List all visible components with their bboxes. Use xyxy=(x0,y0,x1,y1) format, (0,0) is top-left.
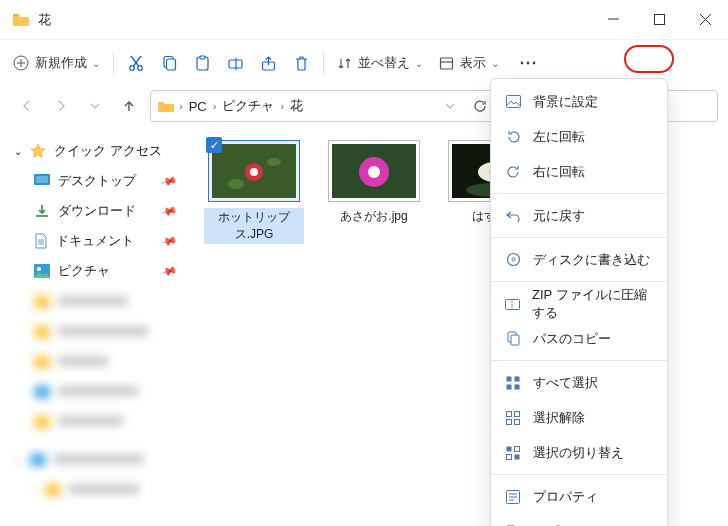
menu-copy-path[interactable]: パスのコピー xyxy=(491,321,667,356)
folder-icon xyxy=(157,98,175,114)
sidebar-item-label: ピクチャ xyxy=(58,262,110,280)
pin-icon: 📌 xyxy=(160,262,179,280)
up-button[interactable] xyxy=(116,93,142,119)
rotate-left-icon xyxy=(505,129,521,144)
svg-rect-38 xyxy=(515,376,520,381)
svg-point-33 xyxy=(512,258,515,261)
menu-burn-disc[interactable]: ディスクに書き込む xyxy=(491,242,667,277)
menu-options[interactable]: オプション xyxy=(491,514,667,526)
forward-button[interactable] xyxy=(48,93,74,119)
chevron-right-icon: › xyxy=(213,100,217,112)
download-icon xyxy=(34,203,50,219)
svg-rect-47 xyxy=(507,454,512,459)
menu-invert-selection[interactable]: 選択の切り替え xyxy=(491,435,667,470)
cut-button[interactable] xyxy=(120,45,152,81)
separator xyxy=(323,52,324,74)
back-button[interactable] xyxy=(14,93,40,119)
menu-select-none[interactable]: 選択解除 xyxy=(491,400,667,435)
svg-rect-36 xyxy=(511,335,519,345)
svg-rect-45 xyxy=(507,446,512,451)
view-button[interactable]: 表示 ⌄ xyxy=(432,45,506,81)
svg-point-23 xyxy=(267,158,281,166)
svg-point-13 xyxy=(533,62,536,65)
share-button[interactable] xyxy=(253,45,284,81)
svg-rect-7 xyxy=(200,56,205,59)
maximize-button[interactable] xyxy=(636,0,682,40)
sidebar-item-label: ダウンロード xyxy=(58,202,136,220)
svg-point-21 xyxy=(250,168,258,176)
copy-button[interactable] xyxy=(154,45,185,81)
svg-point-18 xyxy=(37,267,41,271)
selected-check-icon: ✓ xyxy=(206,137,222,153)
address-dropdown[interactable] xyxy=(437,93,463,119)
sidebar-item-blurred xyxy=(6,346,186,376)
menu-select-all[interactable]: すべて選択 xyxy=(491,365,667,400)
menu-zip[interactable]: ZIP ファイルに圧縮する xyxy=(491,286,667,321)
sidebar-item-pictures[interactable]: ピクチャ 📌 xyxy=(6,256,186,286)
close-button[interactable] xyxy=(682,0,728,40)
sidebar-item-blurred xyxy=(6,376,186,406)
svg-rect-39 xyxy=(507,384,512,389)
svg-rect-0 xyxy=(654,15,664,25)
paste-button[interactable] xyxy=(187,45,218,81)
breadcrumb-pc[interactable]: PC xyxy=(187,97,209,116)
desktop-icon xyxy=(34,174,50,188)
titlebar: 花 xyxy=(0,0,728,40)
sidebar: ⌄ クイック アクセス デスクトップ 📌 ダウンロード 📌 ドキュメント 📌 ピ… xyxy=(0,126,190,526)
sidebar-item-blurred xyxy=(6,406,186,436)
pictures-icon xyxy=(34,264,50,278)
svg-point-26 xyxy=(368,166,380,178)
chevron-right-icon: › xyxy=(179,100,183,112)
sidebar-item-label: デスクトップ xyxy=(58,172,136,190)
sidebar-item-desktop[interactable]: デスクトップ 📌 xyxy=(6,166,186,196)
svg-point-11 xyxy=(521,62,524,65)
view-label: 表示 xyxy=(460,54,486,72)
delete-button[interactable] xyxy=(286,45,317,81)
minimize-button[interactable] xyxy=(590,0,636,40)
chevron-right-icon: › xyxy=(280,100,284,112)
svg-rect-10 xyxy=(441,58,453,69)
breadcrumb-pictures[interactable]: ピクチャ xyxy=(220,95,276,117)
chevron-down-icon: ⌄ xyxy=(14,146,22,157)
new-button[interactable]: 新規作成 ⌄ xyxy=(6,45,107,81)
svg-rect-42 xyxy=(515,411,520,416)
svg-rect-43 xyxy=(507,419,512,424)
sidebar-item-label: ドキュメント xyxy=(56,232,134,250)
menu-set-background[interactable]: 背景に設定 xyxy=(491,84,667,119)
svg-point-22 xyxy=(228,179,244,189)
window-title: 花 xyxy=(38,11,590,29)
menu-undo[interactable]: 元に戻す xyxy=(491,198,667,233)
menu-separator xyxy=(491,281,667,282)
sort-button[interactable]: 並べ替え ⌄ xyxy=(330,45,430,81)
more-button[interactable] xyxy=(508,45,548,81)
recent-dropdown[interactable] xyxy=(82,93,108,119)
document-icon xyxy=(34,233,48,249)
properties-icon xyxy=(505,490,521,504)
menu-separator xyxy=(491,193,667,194)
svg-rect-48 xyxy=(515,454,520,459)
menu-rotate-right[interactable]: 右に回転 xyxy=(491,154,667,189)
menu-rotate-left[interactable]: 左に回転 xyxy=(491,119,667,154)
chevron-down-icon: ⌄ xyxy=(92,58,100,69)
svg-point-3 xyxy=(138,66,143,71)
svg-point-12 xyxy=(527,62,530,65)
menu-properties[interactable]: プロパティ xyxy=(491,479,667,514)
sidebar-item-documents[interactable]: ドキュメント 📌 xyxy=(6,226,186,256)
file-item[interactable]: あさがお.jpg xyxy=(324,140,424,225)
svg-point-32 xyxy=(507,254,519,266)
rename-button[interactable] xyxy=(220,45,251,81)
file-name: ホットリップス.JPG xyxy=(204,208,304,244)
pin-icon: 📌 xyxy=(160,172,179,190)
menu-separator xyxy=(491,237,667,238)
select-all-icon xyxy=(505,376,521,390)
svg-rect-31 xyxy=(506,96,520,108)
svg-point-2 xyxy=(130,66,135,71)
file-item[interactable]: ✓ ホットリップス.JPG xyxy=(204,140,304,244)
select-none-icon xyxy=(505,411,521,425)
address-bar[interactable]: › PC › ピクチャ › 花 xyxy=(150,90,500,122)
sidebar-item-downloads[interactable]: ダウンロード 📌 xyxy=(6,196,186,226)
chevron-down-icon: ⌄ xyxy=(415,58,423,69)
sidebar-quick-access[interactable]: ⌄ クイック アクセス xyxy=(6,136,186,166)
sidebar-item-blurred xyxy=(6,286,186,316)
breadcrumb-folder[interactable]: 花 xyxy=(288,95,305,117)
